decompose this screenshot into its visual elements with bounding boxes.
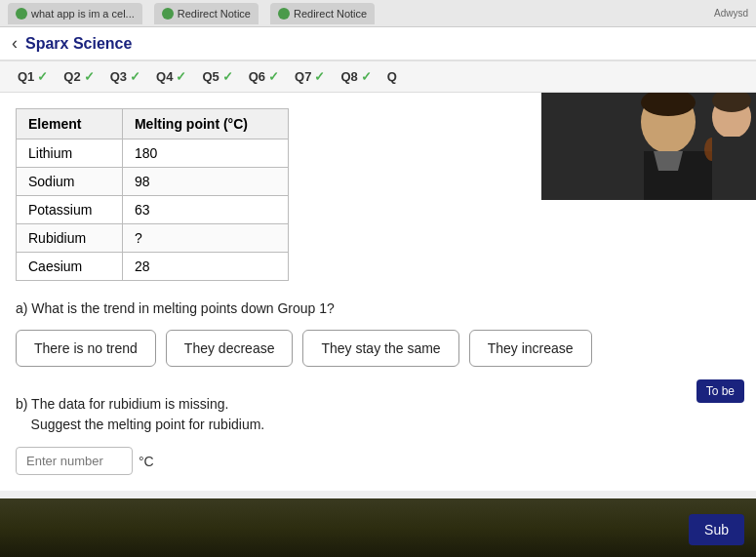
tab-q6-label: Q6 (249, 69, 265, 84)
submit-button[interactable]: Sub (689, 514, 744, 545)
answer-btn-decrease[interactable]: They decrease (166, 330, 294, 367)
tab-q5[interactable]: Q5 ✓ (196, 67, 238, 86)
tab-q7[interactable]: Q7 ✓ (289, 67, 331, 86)
col-header-element: Element (17, 109, 123, 139)
element-cell: Lithium (17, 139, 123, 168)
app-title: Sparx Science (25, 35, 132, 53)
table-row: Potassium63 (17, 196, 289, 224)
svg-rect-10 (712, 137, 756, 200)
tab-icon-2 (162, 8, 174, 20)
element-cell: Potassium (17, 196, 123, 224)
browser-tab-1[interactable]: what app is im a cel... (8, 3, 142, 24)
table-row: Sodium98 (17, 168, 289, 196)
tab-q5-check: ✓ (222, 69, 233, 84)
tab-icon-1 (16, 8, 27, 20)
tab-q7-check: ✓ (314, 69, 325, 84)
value-cell: 63 (122, 196, 288, 224)
tab-q3-check: ✓ (130, 69, 140, 84)
value-cell: 180 (122, 139, 288, 168)
tab-q1-label: Q1 (18, 69, 34, 84)
value-cell: ? (122, 224, 288, 253)
answer-buttons: There is no trend They decrease They sta… (16, 330, 740, 367)
question-b-label: b) (16, 396, 27, 412)
question-a-content: What is the trend in melting points down… (31, 300, 335, 316)
adwysd-badge: Adwysd (714, 8, 748, 19)
answer-btn-no-trend[interactable]: There is no trend (16, 330, 156, 367)
tab-label-3: Redirect Notice (294, 8, 367, 20)
answer-btn-same[interactable]: They stay the same (302, 330, 458, 367)
question-tabs: Q1 ✓ Q2 ✓ Q3 ✓ Q4 ✓ Q5 ✓ Q6 ✓ Q7 ✓ Q8 ✓ … (0, 61, 756, 93)
tab-q3[interactable]: Q3 ✓ (104, 67, 146, 86)
main-content: Element Melting point (°C) Lithium180Sod… (0, 93, 756, 491)
back-arrow-icon[interactable]: ‹ (12, 33, 18, 54)
browser-tab-2[interactable]: Redirect Notice (154, 3, 259, 24)
value-cell: 98 (122, 168, 288, 196)
person-photo-inner (541, 93, 756, 200)
tab-q7-label: Q7 (295, 69, 311, 84)
element-cell: Caesium (17, 253, 123, 281)
tab-q6[interactable]: Q6 ✓ (243, 67, 285, 86)
tab-q1-check: ✓ (37, 69, 48, 84)
table-row: Lithium180 (17, 139, 289, 168)
tab-q2-label: Q2 (63, 69, 80, 84)
input-row: °C (16, 447, 740, 475)
tab-q8-label: Q8 (340, 69, 357, 84)
element-cell: Rubidium (17, 224, 123, 253)
tab-q2-check: ✓ (84, 69, 95, 84)
tab-q5-label: Q5 (202, 69, 219, 84)
tab-q4[interactable]: Q4 ✓ (150, 67, 192, 86)
tab-q9[interactable]: Q (381, 67, 403, 86)
question-a-label: a) (16, 300, 27, 316)
table-row: Rubidium? (17, 224, 289, 253)
tab-icon-3 (278, 8, 290, 20)
data-table: Element Melting point (°C) Lithium180Sod… (16, 108, 289, 281)
app-header: ‹ Sparx Science (0, 27, 756, 61)
person-illustration (541, 93, 756, 200)
svg-marker-7 (654, 151, 683, 171)
person-photo (541, 93, 756, 200)
to-be-button[interactable]: To be (696, 379, 744, 403)
rubidium-input[interactable] (16, 447, 133, 475)
question-b-line1: The data for rubidium is missing. (31, 396, 228, 412)
value-cell: 28 (122, 253, 288, 281)
bottom-background (0, 498, 756, 557)
question-b-line2: Suggest the melting point for rubidium. (31, 417, 265, 432)
col-header-melting: Melting point (°C) (122, 109, 288, 139)
tab-q2[interactable]: Q2 ✓ (58, 67, 99, 86)
answer-btn-increase[interactable]: They increase (469, 330, 592, 367)
tab-q9-label: Q (387, 69, 397, 84)
unit-label: °C (139, 454, 154, 469)
tab-label-1: what app is im a cel... (31, 8, 135, 20)
tab-label-2: Redirect Notice (178, 8, 251, 20)
browser-bar: what app is im a cel... Redirect Notice … (0, 0, 756, 27)
table-row: Caesium28 (17, 253, 289, 281)
tab-q8[interactable]: Q8 ✓ (335, 67, 377, 86)
tab-q4-check: ✓ (176, 69, 186, 84)
tab-q6-check: ✓ (268, 69, 279, 84)
tab-q1[interactable]: Q1 ✓ (12, 67, 54, 86)
question-a-text: a) What is the trend in melting points d… (16, 300, 740, 316)
tab-q3-label: Q3 (110, 69, 127, 84)
element-cell: Sodium (17, 168, 123, 196)
tab-q4-label: Q4 (156, 69, 173, 84)
question-b-text: b) The data for rubidium is missing. Sug… (16, 394, 740, 435)
tab-q8-check: ✓ (361, 69, 372, 84)
browser-tab-3[interactable]: Redirect Notice (270, 3, 375, 24)
